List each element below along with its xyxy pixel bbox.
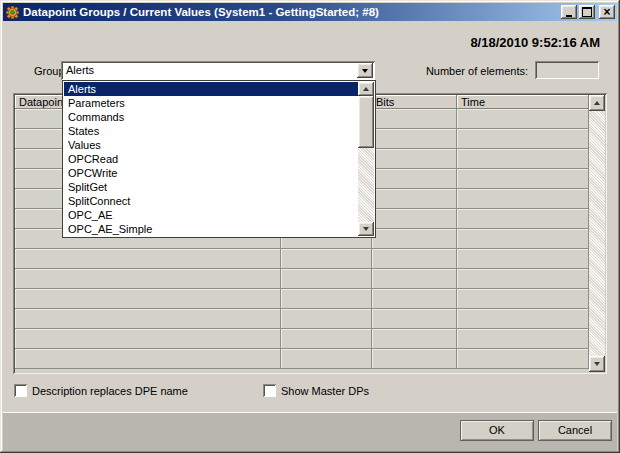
table-cell [372, 309, 457, 329]
table-vertical-scrollbar[interactable] [589, 95, 605, 372]
table-cell [372, 269, 457, 289]
table-cell [457, 129, 589, 149]
arrow-down-icon [363, 227, 369, 231]
table-cell [15, 249, 281, 269]
column-header-bits[interactable]: Bits [372, 95, 457, 109]
arrow-up-icon [594, 101, 600, 105]
table-cell [457, 329, 589, 349]
ok-button[interactable]: OK [460, 420, 534, 441]
maximize-button[interactable] [579, 5, 595, 19]
dropdown-item-states[interactable]: States [64, 124, 358, 138]
window-title: Datapoint Groups / Current Values (Syste… [23, 6, 559, 18]
table-cell [281, 289, 372, 309]
dropdown-items: AlertsParametersCommandsStatesValuesOPCR… [64, 82, 358, 236]
table-cell [457, 349, 589, 369]
table-cell [372, 209, 457, 229]
table-cell [372, 169, 457, 189]
group-combobox-value: Alerts [66, 64, 94, 76]
chevron-down-icon [362, 69, 368, 73]
table-cell [15, 329, 281, 349]
dropdown-scroll-down-button[interactable] [358, 222, 374, 236]
table-cell [372, 229, 457, 249]
table-cell [281, 329, 372, 349]
table-cell [15, 269, 281, 289]
table-cell [372, 349, 457, 369]
dropdown-scroll-up-button[interactable] [358, 82, 374, 96]
dropdown-scrollbar[interactable] [358, 82, 374, 236]
table-cell [281, 349, 372, 369]
dropdown-item-splitget[interactable]: SplitGet [64, 180, 358, 194]
dropdown-item-alerts[interactable]: Alerts [64, 82, 358, 96]
minimize-icon [566, 15, 572, 17]
show-master-dps-checkbox[interactable] [263, 384, 276, 397]
table-row[interactable] [15, 289, 589, 309]
maximize-icon [582, 7, 592, 17]
table-cell [15, 289, 281, 309]
close-button[interactable]: × [599, 5, 615, 19]
scroll-up-button[interactable] [589, 95, 605, 111]
scroll-down-button[interactable] [589, 356, 605, 372]
number-of-elements-field[interactable] [535, 61, 599, 79]
dropdown-item-splitconnect[interactable]: SplitConnect [64, 194, 358, 208]
table-cell [372, 249, 457, 269]
table-cell [372, 329, 457, 349]
table-cell [457, 309, 589, 329]
current-datetime: 8/18/2010 9:52:16 AM [470, 35, 600, 50]
arrow-down-icon [594, 362, 600, 366]
dropdown-item-parameters[interactable]: Parameters [64, 96, 358, 110]
title-bar[interactable]: Datapoint Groups / Current Values (Syste… [3, 3, 617, 21]
table-cell [457, 149, 589, 169]
description-replaces-dpe-checkbox[interactable] [14, 384, 27, 397]
dialog-window: Datapoint Groups / Current Values (Syste… [0, 0, 620, 453]
table-row[interactable] [15, 329, 589, 349]
table-row[interactable] [15, 349, 589, 369]
dropdown-scroll-thumb[interactable] [358, 96, 374, 148]
number-of-elements-label: Number of elements: [426, 65, 528, 77]
dropdown-item-opcread[interactable]: OPCRead [64, 152, 358, 166]
table-cell [457, 289, 589, 309]
table-cell [372, 129, 457, 149]
group-dropdown-list: AlertsParametersCommandsStatesValuesOPCR… [62, 80, 376, 238]
table-cell [457, 229, 589, 249]
table-cell [372, 149, 457, 169]
dropdown-item-commands[interactable]: Commands [64, 110, 358, 124]
table-cell [372, 189, 457, 209]
app-gear-icon [6, 6, 19, 19]
table-cell [281, 249, 372, 269]
table-row[interactable] [15, 309, 589, 329]
table-cell [457, 249, 589, 269]
dropdown-item-values[interactable]: Values [64, 138, 358, 152]
table-cell [457, 209, 589, 229]
table-cell [281, 269, 372, 289]
table-cell [457, 169, 589, 189]
show-master-dps-label[interactable]: Show Master DPs [281, 385, 369, 397]
minimize-button[interactable] [561, 5, 577, 19]
table-cell [457, 189, 589, 209]
group-combobox[interactable]: Alerts [61, 61, 375, 80]
close-icon: × [603, 7, 610, 17]
table-cell [457, 269, 589, 289]
dropdown-item-opc_ae_simple[interactable]: OPC_AE_Simple [64, 222, 358, 236]
dropdown-item-opc_ae[interactable]: OPC_AE [64, 208, 358, 222]
table-cell [281, 309, 372, 329]
column-header-time[interactable]: Time [457, 95, 589, 109]
table-row[interactable] [15, 249, 589, 269]
table-cell [372, 289, 457, 309]
table-cell [15, 349, 281, 369]
description-replaces-dpe-label[interactable]: Description replaces DPE name [32, 385, 188, 397]
table-cell [372, 109, 457, 129]
dropdown-item-opcwrite[interactable]: OPCWrite [64, 166, 358, 180]
combo-dropdown-button[interactable] [357, 63, 373, 78]
arrow-up-icon [363, 87, 369, 91]
table-row[interactable] [15, 269, 589, 289]
table-cell [457, 109, 589, 129]
table-cell [15, 309, 281, 329]
cancel-button[interactable]: Cancel [538, 420, 612, 441]
